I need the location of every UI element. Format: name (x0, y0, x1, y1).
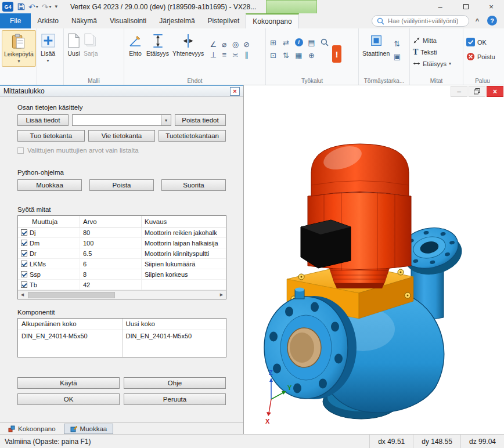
concentric-constraint-icon[interactable]: ◎ (230, 39, 240, 49)
variable-value[interactable]: 42 (80, 280, 141, 290)
search-input[interactable]: Hae (välilyönti+välilyönti) (372, 15, 469, 27)
row-checkbox[interactable] (21, 271, 27, 277)
table-row[interactable]: Dr 6.5 Moottorin kiinnityspultti (18, 248, 226, 259)
paste-button[interactable]: Leikepöytä ▾ (2, 30, 36, 67)
motor-cap[interactable] (311, 142, 409, 196)
ohje-button[interactable]: Ohje (124, 377, 226, 389)
component-original-size[interactable]: DIN_EN_24014-M5x50 (18, 330, 122, 342)
table-row[interactable]: Tb 42 (18, 280, 226, 290)
table-row[interactable]: Dj 80 Moottorin reikien jakohalk (18, 227, 226, 238)
tab-visualisointi[interactable]: Visualisointi (103, 13, 153, 28)
ok-dialog-button[interactable]: OK (17, 393, 120, 405)
tab-file[interactable]: File (0, 13, 31, 28)
sort-tool-icon[interactable]: ⇅ (280, 50, 291, 60)
save-button[interactable] (17, 3, 25, 10)
add-tool-icon[interactable]: ⊕ (306, 50, 317, 60)
muokkaa-python-button[interactable]: Muokkaa (17, 179, 82, 191)
etaisyys-mitat-button[interactable]: Etäisyys ▾ (412, 59, 452, 68)
poista-tiedot-button[interactable]: Poista tiedot (175, 114, 226, 126)
ehto-button[interactable]: Ehto (126, 30, 145, 59)
uusi-button[interactable]: Uusi (66, 30, 82, 59)
listalta-checkbox[interactable] (17, 147, 24, 154)
collapse-ribbon-button[interactable]: ^ (473, 16, 482, 26)
doc-restore-button[interactable] (469, 86, 485, 97)
poista-python-button[interactable]: Poista (89, 179, 154, 191)
etaisyys-button[interactable]: Etäisyys (145, 30, 171, 59)
variable-value[interactable]: 100 (80, 238, 141, 248)
swap-tool-icon[interactable]: ⇅ (391, 38, 402, 49)
mitta-button[interactable]: Mitta (412, 35, 452, 45)
perpendicular-constraint-icon[interactable]: ⊥ (208, 50, 218, 60)
minimize-button[interactable]: – (427, 0, 453, 13)
grid-tool-icon[interactable]: ▦ (293, 50, 304, 60)
row-checkbox[interactable] (21, 250, 27, 256)
table-row[interactable]: Ssp 8 Siipien korkeus (18, 269, 226, 280)
pump-3d-model[interactable]: Z Y X (244, 85, 504, 434)
component-new-size[interactable]: DIN_EN_24014-M5x50 (123, 330, 226, 342)
horizontal-scrollbar[interactable]: ◀ ▶ (18, 290, 226, 299)
symmetric-constraint-icon[interactable]: ≍ (230, 50, 240, 60)
tab-kokoonpano[interactable]: Kokoonpano (246, 13, 298, 28)
ok-ribbon-button[interactable]: OK (465, 37, 496, 47)
doc-tab-muokkaa[interactable]: Muokkaa (64, 424, 114, 434)
dialog-close-button[interactable]: × (230, 87, 240, 96)
row-checkbox[interactable] (21, 281, 27, 288)
warning-button[interactable]: ! (332, 45, 341, 63)
report-tool-icon[interactable]: ▤ (306, 37, 317, 48)
qat-customize-button[interactable]: ▾ (55, 4, 58, 9)
parallel-constraint-icon[interactable]: ≡ (219, 50, 229, 60)
tab-jarjestelma[interactable]: Järjestelmä (153, 13, 201, 28)
tab-pistepilvet[interactable]: Pistepilvet (201, 13, 246, 28)
collinear-constraint-icon[interactable]: ∥ (241, 50, 251, 60)
table-row[interactable]: LKMs 6 Siipien lukumäärä (18, 259, 226, 269)
staattinen-button[interactable]: Staattinen (361, 30, 391, 59)
variable-value[interactable]: 6 (80, 259, 141, 269)
lisaa-tiedot-button[interactable]: Lisää tiedot (17, 114, 69, 126)
row-checkbox[interactable] (21, 240, 27, 246)
app-icon[interactable]: G4 (2, 2, 13, 12)
yhtenevyys-button[interactable]: Yhtenevyys (171, 30, 206, 59)
angle-constraint-icon[interactable]: ∠ (208, 39, 218, 49)
poistu-button[interactable]: Poistu (465, 52, 496, 62)
variable-value[interactable]: 8 (80, 269, 141, 279)
teksti-button[interactable]: T Teksti (412, 47, 452, 57)
transfer-tool-icon[interactable]: ⇄ (280, 37, 291, 48)
tangent-constraint-icon[interactable]: ⊘ (241, 39, 251, 49)
tab-arkisto[interactable]: Arkisto (31, 13, 65, 28)
info-tool-button[interactable]: i (293, 37, 304, 48)
peruuta-button[interactable]: Peruuta (124, 393, 226, 405)
doc-tab-kokoonpano[interactable]: Kokoonpano (2, 424, 62, 434)
dialog-title-bar[interactable]: Mittataulukko × (0, 85, 243, 97)
undo-button[interactable]: ↶▾ (28, 3, 38, 11)
terminal-box[interactable] (301, 220, 351, 268)
row-checkbox[interactable] (21, 261, 27, 267)
model-viewport[interactable]: – × (244, 85, 504, 434)
close-button[interactable]: × (478, 0, 504, 13)
lisaa-button[interactable]: Lisää ▾ (39, 30, 57, 66)
tab-nakyma[interactable]: Näkymä (65, 13, 103, 28)
doc-minimize-button[interactable]: – (451, 86, 467, 97)
frame-tool-icon[interactable]: ⊡ (268, 50, 279, 60)
scroll-right-icon[interactable]: ▶ (217, 291, 226, 299)
suorita-python-button[interactable]: Suorita (161, 179, 226, 191)
scroll-left-icon[interactable]: ◀ (18, 291, 27, 299)
redo-button[interactable]: ↷▾ (42, 3, 52, 11)
tuotetietokantaan-button[interactable]: Tuotetietokantaan (159, 130, 226, 142)
help-button[interactable]: ? (487, 16, 497, 26)
doc-close-button[interactable]: × (487, 86, 503, 97)
zoom-tool-button[interactable] (319, 37, 330, 48)
database-tool-icon[interactable]: ⊞ (268, 37, 279, 48)
tuo-tietokanta-button[interactable]: Tuo tietokanta (17, 130, 85, 142)
row-checkbox[interactable] (21, 229, 27, 236)
maximize-button[interactable] (453, 0, 478, 13)
diameter-constraint-icon[interactable]: ⌀ (219, 39, 229, 49)
vie-tietokanta-button[interactable]: Vie tietokanta (88, 130, 156, 142)
combobox-dropdown-icon[interactable]: ▾ (161, 115, 171, 125)
kayta-button[interactable]: Käytä (17, 377, 120, 389)
tiedot-combobox[interactable]: ▾ (72, 114, 171, 126)
table-row[interactable]: Dm 100 Moottorin laipan halkaisija (18, 238, 226, 248)
panel-tool-icon[interactable]: ▣ (391, 51, 402, 62)
variable-value[interactable]: 6.5 (80, 248, 141, 258)
scrollbar-thumb[interactable] (28, 292, 115, 298)
variable-value[interactable]: 80 (80, 227, 141, 237)
